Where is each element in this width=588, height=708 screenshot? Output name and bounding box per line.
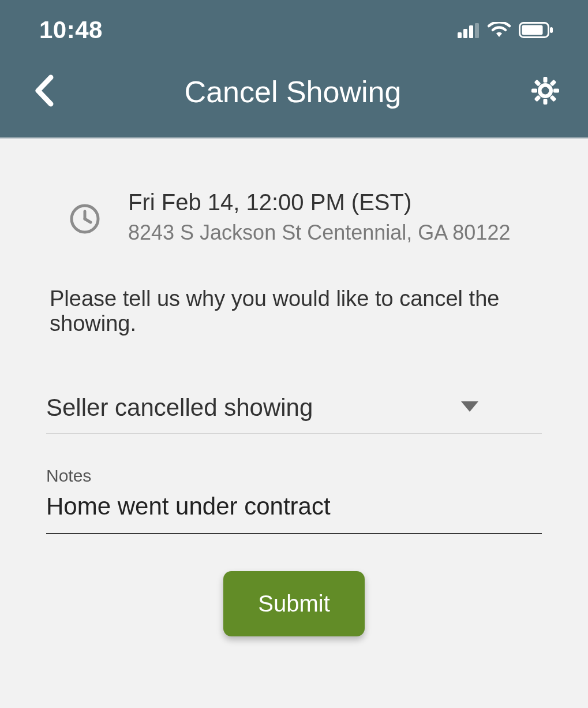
status-time: 10:48 — [39, 16, 103, 44]
reason-selected: Seller cancelled showing — [46, 394, 313, 422]
svg-rect-1 — [463, 29, 467, 38]
svg-rect-0 — [458, 32, 462, 38]
svg-rect-9 — [544, 99, 548, 105]
svg-rect-15 — [549, 95, 556, 102]
status-indicators — [458, 16, 553, 44]
svg-rect-6 — [550, 27, 553, 33]
svg-rect-13 — [534, 95, 541, 102]
showing-datetime: Fri Feb 14, 12:00 PM (EST) — [128, 189, 510, 215]
submit-wrap: Submit — [46, 571, 542, 636]
battery-icon — [519, 16, 553, 44]
clock-icon — [69, 189, 100, 237]
svg-rect-10 — [531, 89, 537, 93]
status-bar: 10:48 — [0, 0, 588, 50]
svg-line-20 — [85, 219, 91, 222]
app-header: 10:48 — [0, 0, 588, 139]
wifi-icon — [488, 16, 511, 44]
back-button[interactable] — [32, 74, 55, 110]
notes-field-wrapper: Notes — [46, 466, 542, 534]
svg-rect-2 — [469, 25, 473, 38]
page-title: Cancel Showing — [55, 74, 530, 109]
notes-label: Notes — [46, 466, 542, 486]
reason-dropdown[interactable]: Seller cancelled showing — [46, 394, 542, 434]
svg-marker-21 — [461, 401, 478, 412]
cellular-icon — [458, 16, 480, 44]
svg-rect-14 — [534, 80, 541, 87]
showing-address: 8243 S Jackson St Centennial, GA 80122 — [128, 219, 510, 247]
svg-rect-5 — [522, 25, 543, 35]
cancel-prompt: Please tell us why you would like to can… — [46, 286, 542, 336]
chevron-down-icon — [461, 401, 478, 414]
settings-button[interactable] — [530, 76, 560, 108]
submit-button[interactable]: Submit — [223, 571, 365, 636]
notes-input[interactable] — [46, 490, 542, 534]
main-content: Fri Feb 14, 12:00 PM (EST) 8243 S Jackso… — [0, 139, 588, 636]
showing-details: Fri Feb 14, 12:00 PM (EST) 8243 S Jackso… — [128, 189, 510, 247]
svg-rect-11 — [553, 89, 559, 93]
svg-rect-8 — [544, 77, 548, 83]
svg-rect-3 — [475, 23, 479, 38]
nav-bar: Cancel Showing — [0, 50, 588, 137]
svg-point-17 — [542, 87, 549, 95]
svg-rect-12 — [549, 80, 556, 87]
showing-info: Fri Feb 14, 12:00 PM (EST) 8243 S Jackso… — [46, 189, 542, 247]
